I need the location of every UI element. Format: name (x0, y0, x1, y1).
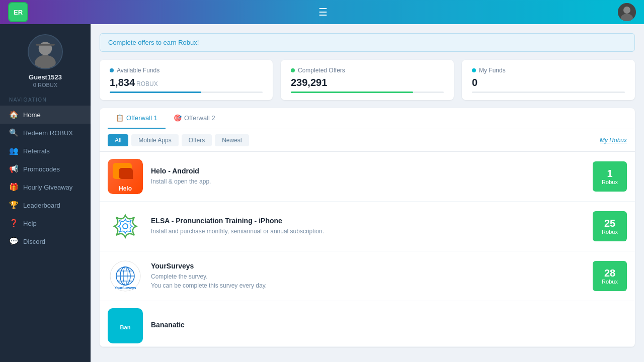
leaderboard-icon: 🏆 (9, 201, 18, 210)
filter-btn-newest[interactable]: Newest (215, 134, 249, 146)
sidebar-label-hourly: Hourly Giveaway (23, 184, 72, 191)
filter-buttons: All Mobile Apps Offers Newest (108, 134, 249, 146)
nav-items: 🏠 Home 🔍 Redeem ROBUX 👥 Referrals 📢 Prom… (0, 106, 91, 250)
yoursurveys-logo-svg: YourSurveys (109, 260, 141, 292)
svg-text:Ban: Ban (120, 324, 131, 330)
stat-bar-available (110, 92, 263, 93)
offer-desc-yoursurveys1: Complete the survey. (151, 272, 585, 281)
offer-title-yoursurveys: YourSurveys (151, 262, 585, 270)
offer-item-elsa: ELSA - Pronunciation Training - iPhone I… (100, 202, 635, 251)
sidebar-robux: 0 ROBUX (33, 82, 57, 88)
stat-value-available: 1,834ROBUX (110, 77, 263, 88)
helo-bubble2 (119, 168, 133, 179)
sidebar-label-home: Home (23, 111, 41, 119)
offerwall2-icon: 🎯 (174, 114, 182, 122)
offerwall1-icon: 📋 (116, 114, 124, 122)
filter-btn-offers[interactable]: Offers (182, 134, 212, 146)
reward-unit-elsa: Robux (602, 229, 618, 235)
sidebar-avatar (28, 34, 63, 69)
stat-dot-myfunds (472, 68, 476, 72)
sidebar-item-redeem[interactable]: 🔍 Redeem ROBUX (0, 124, 91, 142)
stat-bar-myfunds (472, 92, 625, 93)
offer-reward-yoursurveys[interactable]: 28 Robux (593, 261, 627, 291)
offer-logo-elsa (108, 209, 143, 244)
stat-label-available: Available Funds (117, 67, 159, 74)
my-robux-link[interactable]: My Robux (600, 137, 627, 144)
stat-header-completed: Completed Offers (291, 67, 444, 74)
svg-point-1 (623, 7, 630, 14)
offer-logo-yoursurveys: YourSurveys (108, 258, 143, 294)
avatar-image (29, 34, 62, 69)
promocodes-icon: 📢 (9, 164, 18, 173)
sidebar-item-hourly[interactable]: 🎁 Hourly Giveaway (0, 178, 91, 196)
sidebar-label-redeem: Redeem ROBUX (23, 129, 73, 137)
offer-title-helo: Helo - Android (151, 167, 585, 175)
offerwall2-label: Offerwall 2 (184, 114, 215, 122)
reward-num-helo: 1 (607, 168, 612, 179)
sidebar-item-promocodes[interactable]: 📢 Promocodes (0, 160, 91, 178)
helo-text: Helo (119, 185, 132, 192)
offer-reward-elsa[interactable]: 25 Robux (593, 211, 627, 241)
offer-item-bananatic: Ban Bananatic (100, 301, 635, 347)
elsa-logo-svg (110, 211, 140, 241)
sidebar-item-referrals[interactable]: 👥 Referrals (0, 142, 91, 160)
info-banner: Complete offers to earn Robux! (100, 33, 635, 52)
help-icon: ❓ (9, 219, 18, 228)
reward-unit-helo: Robux (602, 179, 618, 185)
user-avatar-top[interactable] (618, 3, 636, 21)
offer-logo-bananatic: Ban (108, 308, 143, 343)
reward-num-elsa: 25 (604, 218, 615, 229)
sidebar-label-promocodes: Promocodes (23, 165, 60, 173)
offer-desc-yoursurveys2: You can be complete this survey every da… (151, 281, 585, 290)
sidebar: Guest1523 0 ROBUX NAVIGATION 🏠 Home 🔍 Re… (0, 24, 91, 362)
sidebar-item-discord[interactable]: 💬 Discord (0, 232, 91, 250)
sidebar-item-leaderboard[interactable]: 🏆 Leaderboard (0, 196, 91, 214)
reward-unit-yoursurveys: Robux (602, 279, 618, 285)
sidebar-label-referrals: Referrals (23, 147, 50, 155)
offer-info-bananatic: Bananatic (151, 321, 627, 331)
stat-bar-fill-completed (291, 92, 413, 93)
stat-card-available-funds: Available Funds 1,834ROBUX (100, 60, 273, 100)
stat-label-myfunds: My Funds (479, 67, 506, 74)
sidebar-username: Guest1523 (29, 73, 62, 81)
tab-offerwall1[interactable]: 📋 Offerwall 1 (108, 108, 166, 129)
bananatic-logo-svg: Ban (113, 318, 138, 333)
offer-title-elsa: ELSA - Pronunciation Training - iPhone (151, 217, 585, 225)
discord-icon: 💬 (9, 237, 18, 246)
stats-row: Available Funds 1,834ROBUX Completed Off… (100, 60, 635, 100)
stat-bar-fill-available (110, 92, 201, 93)
offer-reward-helo[interactable]: 1 Robux (593, 161, 627, 192)
sidebar-item-help[interactable]: ❓ Help (0, 214, 91, 232)
offerwall1-label: Offerwall 1 (126, 114, 157, 122)
sidebar-item-home[interactable]: 🏠 Home (0, 106, 91, 124)
banner-text: Complete offers to earn Robux! (108, 39, 199, 46)
offer-info-helo: Helo - Android Install & open the app. (151, 167, 585, 186)
filter-btn-all[interactable]: All (108, 134, 128, 146)
stat-card-my-funds: My Funds 0 (462, 60, 635, 100)
user-icon (618, 3, 636, 21)
offer-title-bananatic: Bananatic (151, 321, 627, 329)
stat-dot-completed (291, 68, 295, 72)
hamburger-button[interactable]: ☰ (318, 6, 328, 18)
offer-item-yoursurveys: YourSurveys YourSurveys Complete the sur… (100, 251, 635, 301)
offer-info-yoursurveys: YourSurveys Complete the survey. You can… (151, 262, 585, 290)
sidebar-label-discord: Discord (23, 238, 45, 245)
filter-btn-mobile-apps[interactable]: Mobile Apps (131, 134, 178, 146)
stat-value-completed: 239,291 (291, 77, 444, 88)
helo-logo-graphic: Helo (108, 159, 143, 194)
hourly-icon: 🎁 (9, 183, 18, 192)
reward-num-yoursurveys: 28 (604, 267, 615, 279)
stat-label-completed: Completed Offers (298, 67, 345, 74)
sidebar-label-help: Help (23, 220, 37, 227)
top-navbar: ER ☰ (0, 0, 644, 24)
main-content: Complete offers to earn Robux! Available… (91, 24, 644, 362)
home-icon: 🏠 (9, 110, 18, 119)
stat-card-completed-offers: Completed Offers 239,291 (281, 60, 454, 100)
offer-desc-helo: Install & open the app. (151, 177, 585, 186)
tab-offerwall2[interactable]: 🎯 Offerwall 2 (166, 108, 223, 129)
logo-badge: ER (8, 2, 28, 22)
stat-dot-available (110, 68, 114, 72)
stat-header-available: Available Funds (110, 67, 263, 74)
offer-item-helo: Helo Helo - Android Install & open the a… (100, 152, 635, 202)
stat-bar-completed (291, 92, 444, 93)
